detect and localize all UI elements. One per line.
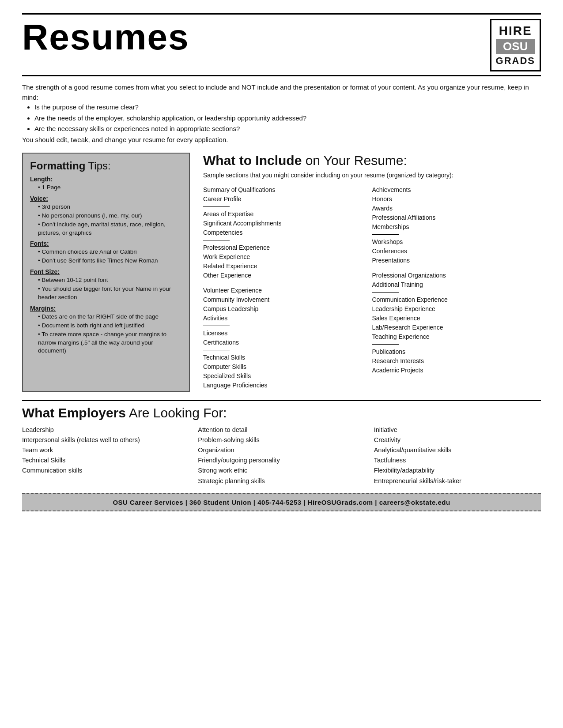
include-item: Achievements [372,185,537,195]
formatting-title: Formatting Tips: [30,160,182,172]
include-item: Areas of Expertise [203,210,368,219]
include-col-1: Summary of Qualifications Career Profile… [203,185,372,392]
include-group-c2-2: Workshops Conferences Presentations [372,237,537,265]
fmt-item-fontsize-1: Between 10-12 point font [38,276,182,285]
include-item: Significant Accomplishments [203,219,368,228]
include-title-rest: on Your Resume: [302,153,407,168]
include-item: Communication Experience [372,295,537,304]
employers-col-3: Initiative Creativity Analytical/quantit… [374,425,541,486]
employers-title-bold: What Employers [22,405,126,420]
include-item: Language Proficiencies [203,381,368,390]
include-group-6: Technical Skills Computer Skills Special… [203,353,368,390]
employers-columns: Leadership Interpersonal skills (relates… [22,425,541,486]
include-group-c2-1: Achievements Honors Awards Professional … [372,185,537,232]
include-item: Publications [372,347,537,356]
include-group-c2-3: Professional Organizations Additional Tr… [372,271,537,289]
emp-item: Leadership [22,425,189,435]
fmt-item-voice-2: No personal pronouns (I, me, my, our) [38,212,182,220]
include-group-c2-4: Communication Experience Leadership Expe… [372,295,537,341]
logo-hire: HIRE [496,24,535,38]
include-item: Sales Experience [372,314,537,323]
logo-osu: OSU [496,39,535,54]
title-block: Resumes [22,19,189,55]
include-subtitle: Sample sections that you might consider … [203,171,541,180]
emp-item: Interpersonal skills (relates well to ot… [22,435,189,445]
include-item: Leadership Experience [372,304,537,314]
include-item: Volunteer Experience [203,286,368,295]
formatting-title-light: Tips: [85,160,110,172]
include-item: Honors [372,195,537,204]
emp-item: Attention to detail [198,425,365,435]
emp-item: Strong work ethic [198,465,365,476]
employers-title: What Employers Are Looking For: [22,405,541,420]
include-item: Professional Organizations [372,271,537,280]
intro-bullet-1: Is the purpose of the resume clear? [34,102,541,113]
fmt-item-fontsize-2: You should use bigger font for your Name… [38,285,182,302]
include-item: Academic Projects [372,366,537,375]
include-col-2: Achievements Honors Awards Professional … [372,185,541,392]
logo-box: HIRE OSU GRADS [490,19,541,71]
include-divider [203,206,230,207]
include-item: Teaching Experience [372,332,537,341]
include-divider [203,350,230,350]
include-group-5: Licenses Certifications [203,329,368,347]
emp-item: Friendly/outgoing personality [198,455,365,465]
include-item: Awards [372,204,537,213]
intro-bullet-2: Are the needs of the employer, scholarsh… [34,113,541,124]
fmt-label-fonts: Fonts: [30,240,182,247]
footer-text: OSU Career Services | 360 Student Union … [113,499,450,506]
employers-title-rest: Are Looking For: [126,405,227,420]
page-title: Resumes [22,19,189,55]
include-divider [203,326,230,326]
include-item: Activities [203,314,368,323]
include-item: Specialized Skills [203,372,368,381]
emp-item: Entrepreneurial skills/risk-taker [374,476,541,486]
emp-item: Technical Skills [22,455,189,465]
intro-bullets: Is the purpose of the resume clear? Are … [34,102,541,134]
include-item: Campus Leadership [203,304,368,314]
include-item: Lab/Research Experience [372,323,537,332]
emp-item: Flexibility/adaptability [374,465,541,476]
employers-col-1: Leadership Interpersonal skills (relates… [22,425,189,486]
include-item: Professional Affiliations [372,213,537,222]
include-item: Research Interests [372,356,537,366]
include-divider [372,268,399,268]
emp-item: Organization [198,445,365,455]
intro-bullet-3: Are the necessary skills or experiences … [34,124,541,134]
include-divider [203,283,230,283]
include-item: Career Profile [203,195,368,204]
include-divider [372,344,399,345]
include-item: Memberships [372,222,537,232]
emp-item: Analytical/quantitative skills [374,445,541,455]
emp-item: Tactfulness [374,455,541,465]
intro-text2: You should edit, tweak, and change your … [22,135,541,145]
include-item: Licenses [203,329,368,338]
intro-text1: The strength of a good resume comes from… [22,83,541,102]
include-item: Professional Experience [203,243,368,252]
page: Resumes HIRE OSU GRADS The strength of a… [0,0,563,728]
fmt-label-margins: Margins: [30,305,182,312]
fmt-item-fonts-2: Don't use Serif fonts like Times New Rom… [38,257,182,265]
middle-section: Formatting Tips: Length: 1 Page Voice: 3… [22,153,541,392]
emp-item: Team work [22,445,189,455]
fmt-item-fonts-1: Common choices are Arial or Calibri [38,248,182,256]
include-title-bold: What to Include [203,153,302,168]
include-item: Workshops [372,237,537,247]
include-divider [203,240,230,240]
include-item: Computer Skills [203,362,368,372]
emp-item: Strategic planning skills [198,476,365,486]
fmt-label-fontsize: Font Size: [30,268,182,275]
include-group-3: Professional Experience Work Experience … [203,243,368,280]
footer: OSU Career Services | 360 Student Union … [22,493,541,511]
header: Resumes HIRE OSU GRADS [22,13,541,76]
include-item: Technical Skills [203,353,368,362]
include-item: Presentations [372,256,537,265]
fmt-label-length: Length: [30,176,182,183]
include-group-2: Areas of Expertise Significant Accomplis… [203,210,368,237]
formatting-box: Formatting Tips: Length: 1 Page Voice: 3… [22,153,190,392]
include-item: Other Experience [203,271,368,280]
include-item: Community Involvement [203,295,368,304]
include-group-c2-5: Publications Research Interests Academic… [372,347,537,375]
include-item: Related Experience [203,262,368,271]
include-item: Competencies [203,228,368,237]
